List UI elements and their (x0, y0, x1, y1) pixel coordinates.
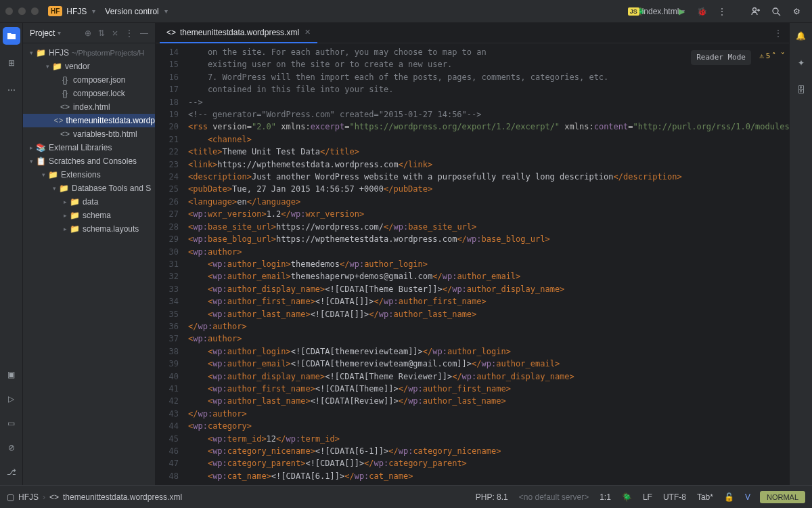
run-tool-icon[interactable]: ▭ (3, 415, 20, 432)
structure-icon[interactable]: ⊞ (3, 54, 20, 72)
debug-off-icon[interactable]: 🪲 (622, 492, 632, 502)
collapse-icon[interactable]: ⤫ (112, 28, 118, 38)
sidebar-header: Project ▾ ⊕ ⇅ ⤫ ⋮ — (23, 23, 155, 43)
more-icon[interactable]: ⋮ (715, 4, 729, 19)
chevron-down-icon[interactable]: ▾ (58, 29, 61, 37)
file-tree: ▾📁HFJS~/PhpstormProjects/H ▾📁vendor{}com… (23, 43, 155, 238)
chevron-down-icon[interactable]: ▾ (164, 7, 168, 15)
external-libraries[interactable]: ▸📚External Libraries (23, 141, 155, 154)
vim-mode: NORMAL (760, 491, 805, 503)
search-icon[interactable] (769, 4, 784, 19)
cursor-position[interactable]: 1:1 (600, 492, 611, 502)
lock-icon[interactable]: 🔓 (724, 492, 734, 502)
tree-item[interactable]: <>index.html (23, 100, 155, 114)
file-tab[interactable]: <> themeunittestdata.wordpress.xml ✕ (160, 23, 317, 43)
folder-data[interactable]: ▸📁data (23, 195, 155, 209)
code-editor[interactable]: 14 15 16 17 18 19 20 21 22 23 24 25 26 2… (156, 43, 789, 485)
folder-schema[interactable]: ▸📁schema (23, 209, 155, 222)
svg-point-1 (773, 8, 778, 14)
notifications-icon[interactable]: 🔔 (792, 27, 810, 45)
tree-item[interactable]: {}composer.lock (23, 87, 155, 100)
select-opened-icon[interactable]: ⊕ (85, 28, 91, 38)
more-icon[interactable]: ⋮ (125, 28, 133, 38)
sidebar-title: Project (30, 28, 55, 38)
line-sep[interactable]: LF (643, 492, 652, 502)
reader-mode-badge[interactable]: Reader Mode (691, 50, 751, 65)
title-bar: HF HFJS ▾ Version control ▾ 🪲 JSindex.ht… (0, 0, 812, 23)
add-user-icon[interactable] (748, 4, 763, 19)
run-button[interactable]: ▶ (674, 4, 689, 19)
code-content[interactable]: on the site. For each author, you may ch… (188, 43, 789, 485)
status-bar: ▢HFJS › <>themeunittestdata.wordpress.xm… (0, 485, 812, 508)
close-icon[interactable]: ✕ (304, 28, 311, 37)
indent[interactable]: Tab* (697, 492, 713, 502)
warning-badge[interactable]: ⚠ 5 ˄ ˅ (759, 50, 785, 62)
line-gutter: 14 15 16 17 18 19 20 21 22 23 24 25 26 2… (156, 43, 188, 485)
project-sidebar: Project ▾ ⊕ ⇅ ⤫ ⋮ — ▾📁HFJS~/PhpstormProj… (23, 23, 156, 485)
tab-options-icon[interactable]: ⋮ (774, 28, 782, 38)
vcs-icon[interactable]: ⎇ (3, 463, 20, 481)
run-config[interactable]: JSindex.html▾ (654, 4, 669, 19)
svg-point-0 (753, 7, 757, 11)
vim-icon[interactable]: V (745, 492, 750, 502)
breadcrumb[interactable]: ▢HFJS › <>themeunittestdata.wordpress.xm… (7, 492, 182, 502)
folder-schema-layouts[interactable]: ▸📁schema.layouts (23, 222, 155, 236)
php-version[interactable]: PHP: 8.1 (476, 492, 508, 502)
db-tools[interactable]: ▾📁Database Tools and S (23, 182, 155, 195)
tree-item[interactable]: <>variables-btb.html (23, 127, 155, 141)
tree-item[interactable]: {}composer.json (23, 73, 155, 87)
tab-bar: <> themeunittestdata.wordpress.xml ✕ ⋮ (156, 23, 789, 43)
code-icon: <> (166, 28, 176, 37)
terminal-icon[interactable]: ▣ (3, 366, 20, 383)
vcs-menu[interactable]: Version control (105, 7, 158, 16)
scratches[interactable]: ▾📋Scratches and Consoles (23, 154, 155, 168)
project-tool-icon[interactable] (3, 27, 20, 45)
left-tool-strip: ⊞ ⋯ ▣ ▷ ▭ ⊘ ⎇ (0, 23, 23, 485)
tree-item[interactable]: <>themeunittestdata.wordp (23, 114, 155, 127)
tree-root[interactable]: ▾📁HFJS~/PhpstormProjects/H (23, 46, 155, 60)
debug-button[interactable]: 🐞 (694, 4, 709, 19)
more-tools-icon[interactable]: ⋯ (3, 81, 20, 99)
tab-label: themeunittestdata.wordpress.xml (180, 28, 299, 37)
editor-area: <> themeunittestdata.wordpress.xml ✕ ⋮ 1… (156, 23, 789, 485)
services-icon[interactable]: ▷ (3, 390, 20, 408)
right-tool-strip: 🔔 ✦ 🗄 (789, 23, 812, 485)
database-icon[interactable]: 🗄 (792, 81, 810, 99)
gear-icon[interactable]: ⚙ (789, 4, 804, 19)
ai-icon[interactable]: ✦ (792, 54, 810, 72)
encoding[interactable]: UTF-8 (663, 492, 686, 502)
tree-item[interactable]: ▾📁vendor (23, 60, 155, 73)
server-status[interactable]: <no default server> (519, 492, 589, 502)
expand-icon[interactable]: ⇅ (98, 28, 105, 38)
project-name[interactable]: HFJS (66, 7, 87, 16)
project-badge: HF (48, 6, 62, 16)
extensions[interactable]: ▾📁Extensions (23, 168, 155, 182)
problems-icon[interactable]: ⊘ (3, 439, 20, 457)
window-controls[interactable] (5, 7, 39, 15)
minimize-icon[interactable]: — (140, 28, 148, 38)
chevron-down-icon[interactable]: ▾ (92, 7, 95, 15)
